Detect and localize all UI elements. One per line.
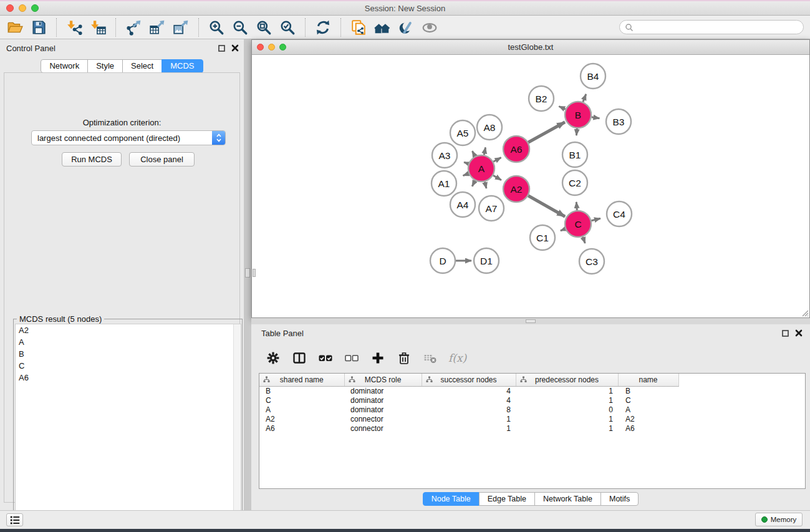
table-cell: 8 bbox=[422, 405, 516, 414]
table-cell: C bbox=[259, 395, 344, 405]
task-history-button[interactable] bbox=[6, 513, 23, 526]
float-panel-icon[interactable] bbox=[218, 45, 225, 52]
graph-edge-A-A3[interactable] bbox=[464, 162, 468, 164]
selected-criterion: largest connected component (directed) bbox=[32, 133, 212, 143]
open-session-icon[interactable] bbox=[3, 17, 27, 38]
table-cell: B bbox=[618, 386, 678, 395]
scrollbar-track[interactable] bbox=[233, 324, 241, 530]
table-settings-gear-icon[interactable] bbox=[265, 350, 281, 366]
unselect-all-columns-icon[interactable] bbox=[344, 350, 360, 366]
search-input[interactable] bbox=[634, 23, 803, 32]
zoom-out-icon[interactable] bbox=[228, 17, 252, 38]
table-row[interactable]: A2connector11A2 bbox=[259, 414, 806, 423]
tab-motifs[interactable]: Motifs bbox=[600, 492, 639, 506]
export-image-icon[interactable] bbox=[169, 17, 193, 38]
mcds-result-item[interactable]: A6 bbox=[16, 372, 241, 384]
table-row[interactable]: Adominator80A bbox=[259, 405, 806, 414]
graph-node-label: C4 bbox=[613, 209, 625, 220]
column-header-name[interactable]: name bbox=[618, 374, 678, 386]
show-graphics-details-icon[interactable] bbox=[418, 17, 441, 38]
graph-edge-B-B3[interactable] bbox=[592, 117, 600, 118]
export-network-icon[interactable] bbox=[122, 17, 145, 38]
mcds-result-item[interactable]: C bbox=[16, 360, 241, 372]
zoom-fit-icon[interactable] bbox=[252, 17, 276, 38]
tab-style[interactable]: Style bbox=[87, 59, 123, 73]
graph-node-label: A6 bbox=[511, 144, 523, 155]
resize-grip-icon[interactable] bbox=[800, 308, 809, 317]
network-canvas[interactable]: B4B2BB3B1A5A8A6A3AA1A2C2A4A7CC4C1C3DD1 bbox=[252, 55, 809, 317]
function-builder-icon[interactable]: f(x) bbox=[448, 350, 466, 366]
graph-edge-C-C1[interactable] bbox=[561, 229, 566, 231]
run-mcds-button[interactable]: Run MCDS bbox=[62, 152, 122, 167]
tab-select[interactable]: Select bbox=[122, 59, 162, 73]
graph-edge-A-A7[interactable] bbox=[485, 181, 486, 188]
vizmapper-toggle-icon[interactable] bbox=[394, 17, 418, 38]
mcds-result-item[interactable]: A2 bbox=[16, 324, 241, 336]
tab-network[interactable]: Network bbox=[41, 59, 88, 73]
table-row[interactable]: A6connector11A6 bbox=[259, 423, 806, 433]
delete-column-trash-icon[interactable] bbox=[396, 350, 412, 366]
horizontal-splitter[interactable] bbox=[251, 318, 810, 324]
tab-network-table[interactable]: Network Table bbox=[534, 492, 601, 506]
graph-edge-B-B1[interactable] bbox=[576, 128, 577, 135]
column-header-successor-nodes[interactable]: successor nodes bbox=[422, 374, 516, 386]
column-type-icon bbox=[349, 376, 355, 385]
session-home-icon[interactable] bbox=[370, 17, 394, 38]
tab-edge-table[interactable]: Edge Table bbox=[479, 492, 535, 506]
delete-table-icon[interactable] bbox=[422, 350, 438, 366]
optimization-criterion-select[interactable]: largest connected component (directed) bbox=[31, 130, 226, 145]
close-panel-icon[interactable] bbox=[795, 329, 803, 337]
splitter-grip[interactable] bbox=[526, 319, 536, 323]
splitter-grip[interactable] bbox=[245, 268, 250, 278]
mcds-result-list[interactable]: A2ABCA6 bbox=[15, 324, 241, 530]
table-row[interactable]: Cdominator41C bbox=[259, 395, 806, 405]
mcds-result-item[interactable]: B bbox=[16, 348, 241, 360]
graph-node-label: B3 bbox=[613, 117, 625, 127]
tab-node-table[interactable]: Node Table bbox=[423, 492, 480, 506]
mcds-result-box: MCDS result (5 nodes) A2ABCA6 bbox=[13, 319, 243, 531]
canvas-grip[interactable] bbox=[253, 269, 256, 277]
graph-edge-A-A8[interactable] bbox=[484, 147, 485, 155]
graph-edge-C-C3[interactable] bbox=[583, 237, 586, 243]
table-row[interactable]: Bdominator41B bbox=[259, 386, 806, 395]
graph-edge-A2-C[interactable] bbox=[528, 196, 565, 216]
zoom-in-icon[interactable] bbox=[205, 17, 228, 38]
save-session-icon[interactable] bbox=[27, 17, 51, 38]
close-panel-button[interactable]: Close panel bbox=[129, 152, 195, 167]
import-network-icon[interactable] bbox=[62, 17, 86, 38]
split-table-view-icon[interactable] bbox=[291, 350, 307, 366]
column-header-MCDS-role[interactable]: MCDS role bbox=[344, 374, 422, 386]
mcds-result-item[interactable]: A bbox=[16, 336, 241, 348]
refresh-layout-icon[interactable] bbox=[311, 17, 335, 38]
network-window-titlebar[interactable]: testGlobe.txt bbox=[252, 40, 809, 55]
tab-mcds[interactable]: MCDS bbox=[162, 59, 203, 73]
float-panel-icon[interactable] bbox=[782, 330, 789, 337]
table-cell: 1 bbox=[516, 386, 618, 395]
cell-filler bbox=[678, 414, 806, 423]
import-table-icon[interactable] bbox=[86, 17, 110, 38]
zoom-selected-icon[interactable] bbox=[276, 17, 299, 38]
create-column-plus-icon[interactable] bbox=[370, 350, 386, 366]
graph-edge-A-A1[interactable] bbox=[463, 173, 469, 176]
column-header-shared-name[interactable]: shared name bbox=[259, 374, 344, 386]
export-table-icon[interactable] bbox=[145, 17, 169, 38]
graph-edge-A-A6[interactable] bbox=[493, 158, 501, 162]
graph-edge-A-A2[interactable] bbox=[493, 175, 501, 180]
table-cell: A2 bbox=[618, 414, 678, 423]
select-all-columns-icon[interactable] bbox=[317, 350, 334, 366]
graph-edge-A-A4[interactable] bbox=[472, 181, 475, 186]
graph-edge-C-C2[interactable] bbox=[576, 202, 577, 210]
graph-edge-A6-B[interactable] bbox=[528, 122, 565, 143]
close-panel-icon[interactable] bbox=[231, 44, 239, 52]
vertical-splitter[interactable] bbox=[244, 39, 251, 510]
search-field[interactable] bbox=[619, 20, 804, 34]
graph-edge-B-B2[interactable] bbox=[559, 107, 566, 110]
new-network-from-file-icon[interactable] bbox=[347, 17, 370, 38]
graph-edge-C-C4[interactable] bbox=[591, 218, 600, 221]
graph-edge-A-A5[interactable] bbox=[472, 151, 475, 156]
mcds-result-title: MCDS result (5 nodes) bbox=[17, 314, 104, 324]
memory-button[interactable]: Memory bbox=[755, 513, 803, 526]
graph-edge-B-B4[interactable] bbox=[583, 94, 586, 102]
column-header-predecessor-nodes[interactable]: predecessor nodes bbox=[516, 374, 618, 386]
toolbar-separator bbox=[305, 18, 306, 37]
